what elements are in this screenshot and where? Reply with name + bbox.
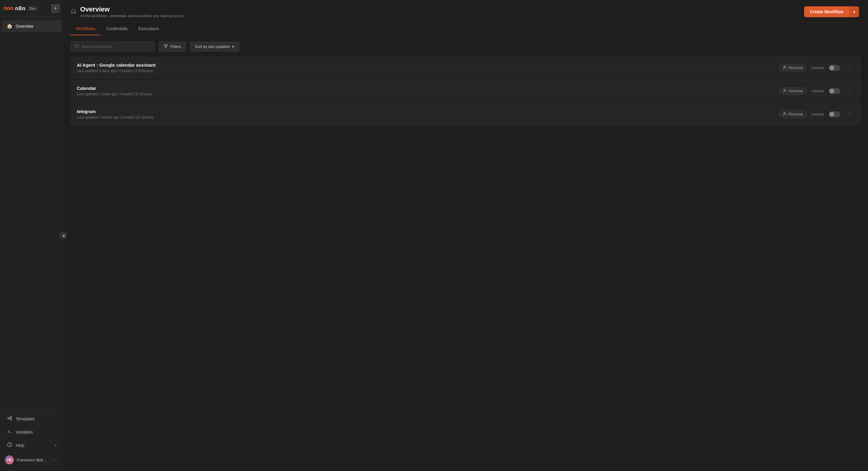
logo-text: n8n	[15, 5, 26, 12]
workflow-name-1: AI Agent : Google calendar assistant	[77, 62, 156, 67]
search-box[interactable]	[70, 41, 155, 52]
sidebar-item-templates[interactable]: Templates	[2, 412, 61, 425]
user-row[interactable]: FB Francesco Bell... ···	[0, 452, 63, 467]
create-workflow-dropdown-button[interactable]: ▾	[849, 6, 859, 17]
chevron-down-icon: ▾	[55, 443, 57, 447]
workflow-meta-1: Last updated 5 days ago | Created 13 Feb…	[77, 69, 156, 73]
add-button[interactable]: +	[51, 4, 60, 13]
variables-icon	[7, 429, 13, 435]
svg-point-5	[8, 418, 9, 419]
workflow-info-1: AI Agent : Google calendar assistant Las…	[77, 62, 156, 73]
workflow-name-2: Calendar	[77, 86, 152, 91]
sidebar-item-label-overview: Overview	[16, 24, 33, 29]
personal-badge-1: Personal	[779, 64, 807, 72]
person-icon-1	[783, 65, 786, 70]
svg-line-8	[9, 417, 10, 418]
person-icon-2	[783, 89, 786, 93]
sidebar-item-label-templates: Templates	[16, 416, 35, 421]
inactive-label-1: Inactive	[812, 66, 824, 70]
n8n-logo: n8n	[4, 5, 26, 12]
svg-point-17	[784, 112, 785, 114]
workflow-name-3: telegram	[77, 109, 154, 114]
workflow-item-1[interactable]: AI Agent : Google calendar assistant Las…	[70, 57, 861, 79]
home-icon: 🏠	[7, 23, 13, 29]
more-menu-button-2[interactable]: ⋮	[845, 87, 855, 96]
personal-badge-2: Personal	[779, 87, 807, 95]
svg-point-6	[10, 416, 12, 418]
toggle-3[interactable]	[829, 111, 840, 117]
dropdown-arrow-icon: ▾	[853, 10, 855, 14]
svg-point-1	[7, 7, 10, 10]
avatar: FB	[5, 455, 14, 464]
controls-bar: Filters Sort by last updated ▾	[63, 35, 868, 57]
more-menu-button-3[interactable]: ⋮	[845, 110, 855, 119]
workflow-meta-3: Last updated 2 weeks ago | Created 23 Ja…	[77, 115, 154, 119]
toggle-2[interactable]	[829, 88, 840, 94]
inactive-label-3: Inactive	[812, 112, 824, 116]
sidebar-item-variables[interactable]: Variables	[2, 426, 61, 438]
search-input[interactable]	[81, 44, 151, 49]
workflow-list: AI Agent : Google calendar assistant Las…	[63, 57, 868, 125]
personal-badge-3: Personal	[779, 110, 807, 118]
svg-line-14	[78, 47, 79, 48]
svg-point-7	[10, 419, 12, 420]
templates-icon	[7, 415, 13, 422]
toggle-1[interactable]	[829, 65, 840, 71]
user-more-icon[interactable]: ···	[53, 457, 59, 463]
logo-svg	[4, 5, 13, 12]
help-icon: ?	[7, 442, 13, 449]
svg-point-2	[10, 7, 13, 10]
workflow-item-3[interactable]: telegram Last updated 2 weeks ago | Crea…	[70, 103, 861, 125]
filters-button[interactable]: Filters	[158, 41, 186, 52]
sidebar-item-overview[interactable]: 🏠 Overview	[2, 20, 61, 32]
workflow-info-3: telegram Last updated 2 weeks ago | Crea…	[77, 109, 154, 119]
search-icon	[74, 44, 79, 49]
svg-line-9	[9, 418, 10, 419]
tab-workflows[interactable]: Workflows	[70, 22, 101, 35]
workflow-info-2: Calendar Last updated 1 week ago | Creat…	[77, 86, 152, 96]
workflow-right-3: Personal Inactive ⋮	[779, 110, 855, 119]
sort-button[interactable]: Sort by last updated ▾	[190, 41, 239, 52]
sidebar-collapse-button[interactable]: ◀	[60, 232, 67, 239]
more-menu-button-1[interactable]: ⋮	[845, 63, 855, 72]
sidebar-item-label-help: Help	[16, 443, 24, 448]
svg-point-16	[784, 89, 785, 90]
sort-dropdown-icon: ▾	[232, 44, 234, 49]
sidebar-nav: 🏠 Overview	[0, 17, 63, 408]
sidebar-item-label-variables: Variables	[16, 430, 33, 435]
create-workflow-button[interactable]: Create Workflow	[804, 6, 849, 17]
topbar: Overview All the workflows, credentials …	[63, 0, 868, 22]
workflow-meta-2: Last updated 1 week ago | Created 29 Jan…	[77, 92, 152, 96]
sidebar-item-help[interactable]: ? Help ▾	[2, 439, 61, 452]
sidebar: n8n Dev + 🏠 Overview Templates	[0, 0, 63, 471]
main-content: Overview All the workflows, credentials …	[63, 0, 868, 471]
page-header-left: Overview All the workflows, credentials …	[70, 5, 184, 18]
dev-badge: Dev	[28, 6, 38, 11]
page-title-block: Overview All the workflows, credentials …	[80, 5, 184, 18]
person-icon-3	[783, 112, 786, 117]
sidebar-bottom: Templates Variables ? Help ▾	[0, 408, 63, 471]
inactive-label-2: Inactive	[812, 89, 824, 93]
svg-text:?: ?	[9, 443, 11, 447]
sidebar-header: n8n Dev +	[0, 0, 63, 17]
svg-point-0	[4, 7, 6, 10]
filter-icon	[164, 44, 168, 49]
user-name: Francesco Bell...	[17, 458, 50, 462]
create-workflow-group: Create Workflow ▾	[804, 6, 859, 17]
page-subtitle: All the workflows, credentials and execu…	[80, 14, 184, 18]
workflow-item-2[interactable]: Calendar Last updated 1 week ago | Creat…	[70, 80, 861, 102]
tab-credentials[interactable]: Credentials	[101, 22, 133, 35]
filters-label: Filters	[170, 44, 181, 49]
collapse-icon: ◀	[62, 234, 64, 238]
tabs-bar: Workflows Credentials Executions	[63, 22, 868, 35]
tab-executions[interactable]: Executions	[133, 22, 164, 35]
workflow-right-2: Personal Inactive ⋮	[779, 87, 855, 96]
page-title: Overview	[80, 5, 184, 13]
sort-label: Sort by last updated	[195, 44, 230, 49]
workflow-right-1: Personal Inactive ⋮	[779, 63, 855, 72]
svg-point-15	[784, 66, 785, 67]
page-home-icon	[70, 8, 76, 16]
